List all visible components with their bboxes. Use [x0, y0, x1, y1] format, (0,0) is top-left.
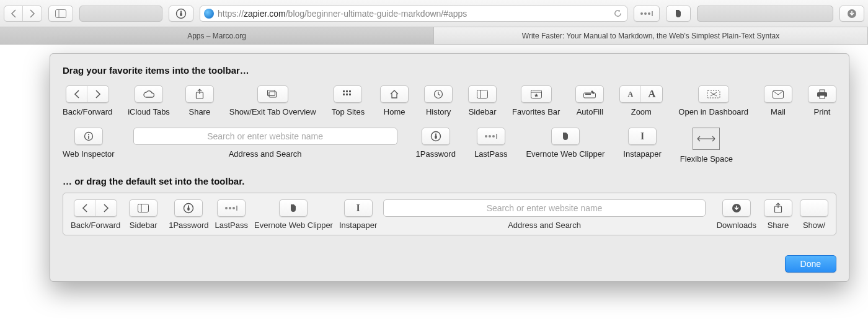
- zoom-in-icon: A: [641, 86, 662, 102]
- svg-point-7: [648, 12, 650, 15]
- clock-icon: [433, 89, 443, 99]
- ds-downloads[interactable]: Downloads: [717, 199, 756, 230]
- chevron-left-icon: [81, 204, 89, 212]
- item-tab-overview[interactable]: Show/Exit Tab Overview: [229, 85, 316, 116]
- svg-point-48: [232, 207, 235, 209]
- svg-point-46: [225, 207, 228, 209]
- item-open-dashboard[interactable]: Open in Dashboard: [678, 85, 748, 116]
- favicon-globe-icon: [204, 9, 214, 19]
- item-share[interactable]: Share: [185, 85, 214, 116]
- svg-point-6: [644, 12, 647, 15]
- chevron-right-icon: [102, 204, 110, 212]
- evernote-icon: [288, 203, 298, 213]
- svg-rect-12: [267, 90, 275, 96]
- item-autofill[interactable]: AutoFill: [575, 85, 604, 116]
- tab-title: Apps – Marco.org: [187, 32, 246, 40]
- ds-address-search[interactable]: Search or enter website name Address and…: [383, 199, 705, 230]
- sidebar-toggle-button[interactable]: [48, 6, 73, 22]
- item-back-forward[interactable]: Back/Forward: [63, 85, 112, 116]
- item-lastpass[interactable]: LastPass: [474, 128, 507, 164]
- lastpass-icon: [224, 206, 238, 211]
- sidebar-icon: [55, 9, 66, 18]
- downloads-button[interactable]: [839, 6, 864, 22]
- default-set[interactable]: Back/Forward Sidebar 1Password LastPass …: [63, 193, 836, 235]
- ds-share[interactable]: Share: [764, 199, 792, 230]
- home-icon: [389, 89, 399, 99]
- 1password-icon: [175, 8, 187, 19]
- sidebar-icon: [138, 204, 149, 212]
- evernote-icon: [673, 9, 683, 19]
- customize-toolbar-panel: Drag your favorite items into the toolba…: [50, 53, 849, 282]
- item-1password[interactable]: 1Password: [416, 128, 456, 164]
- item-home[interactable]: Home: [380, 85, 409, 116]
- lastpass-button[interactable]: [634, 6, 660, 22]
- address-bar[interactable]: https://zapier.com/blog/beginner-ultimat…: [200, 6, 627, 22]
- svg-point-47: [229, 207, 231, 209]
- items-row-1: Back/Forward iCloud Tabs Share Show/Exit…: [63, 85, 836, 116]
- forward-button[interactable]: [23, 6, 42, 21]
- item-history[interactable]: History: [424, 85, 453, 116]
- items-row-2: Web Inspector Search or enter website na…: [63, 128, 836, 164]
- svg-rect-16: [343, 94, 345, 95]
- address-search-field: Search or enter website name: [133, 128, 397, 145]
- item-address-search[interactable]: Search or enter website name Address and…: [133, 128, 397, 164]
- ds-sidebar[interactable]: Sidebar: [129, 199, 157, 230]
- 1password-button[interactable]: [169, 6, 193, 22]
- print-icon: [817, 89, 828, 99]
- tab-strip: Apps – Marco.org Write Faster: Your Manu…: [0, 27, 868, 45]
- toolbar-placeholder-2: [697, 6, 833, 22]
- zoom-out-icon: A: [620, 86, 641, 102]
- tab-1[interactable]: Write Faster: Your Manual to Markdown, t…: [434, 27, 868, 44]
- svg-rect-30: [820, 95, 825, 98]
- ds-lastpass[interactable]: LastPass: [215, 199, 248, 230]
- instapaper-icon: I: [356, 203, 360, 214]
- item-evernote[interactable]: Evernote Web Clipper: [526, 128, 604, 164]
- done-button[interactable]: Done: [785, 255, 836, 273]
- cloud-icon: [142, 90, 156, 98]
- tab-0[interactable]: Apps – Marco.org: [0, 27, 434, 44]
- lastpass-icon: [484, 134, 498, 139]
- item-sidebar[interactable]: Sidebar: [468, 85, 497, 116]
- svg-rect-14: [346, 90, 348, 92]
- back-button[interactable]: [4, 6, 23, 21]
- dashboard-clip-icon: [707, 90, 720, 98]
- svg-rect-33: [88, 136, 89, 139]
- evernote-icon: [560, 131, 570, 141]
- item-print[interactable]: Print: [808, 85, 836, 116]
- panel-heading-2: … or drag the default set into the toolb…: [63, 176, 836, 186]
- svg-rect-20: [477, 90, 488, 98]
- item-icloud-tabs[interactable]: iCloud Tabs: [128, 85, 170, 116]
- download-icon: [847, 9, 857, 19]
- svg-point-5: [640, 12, 643, 15]
- share-icon: [195, 89, 204, 100]
- item-flexible-space[interactable]: Flexible Space: [680, 128, 733, 164]
- instapaper-icon: I: [640, 131, 644, 142]
- done-row: Done: [63, 255, 836, 273]
- ds-evernote[interactable]: Evernote Web Clipper: [254, 199, 333, 230]
- ds-1password[interactable]: 1Password: [169, 199, 208, 230]
- item-top-sites[interactable]: Top Sites: [332, 85, 365, 116]
- evernote-button[interactable]: [666, 6, 691, 22]
- item-instapaper[interactable]: I Instapaper: [623, 128, 661, 164]
- item-favorites-bar[interactable]: Favorites Bar: [512, 85, 560, 116]
- 1password-icon: [430, 131, 441, 142]
- flexible-space-icon: [695, 136, 717, 142]
- item-web-inspector[interactable]: Web Inspector: [63, 128, 115, 164]
- item-mail[interactable]: Mail: [764, 85, 792, 116]
- svg-rect-36: [435, 134, 436, 137]
- tab-title: Write Faster: Your Manual to Markdown, t…: [522, 32, 779, 40]
- svg-rect-4: [180, 11, 182, 14]
- svg-rect-17: [346, 94, 348, 95]
- ds-instapaper[interactable]: I Instapaper: [339, 199, 377, 230]
- chevron-left-icon: [73, 90, 81, 98]
- chevron-right-icon: [29, 9, 36, 18]
- ds-tab-overview-trunc[interactable]: Show/: [800, 199, 828, 230]
- svg-point-37: [485, 135, 487, 138]
- item-zoom[interactable]: A A Zoom: [619, 85, 663, 116]
- panel-heading-1: Drag your favorite items into the toolba…: [63, 65, 836, 76]
- reload-button[interactable]: [613, 9, 624, 18]
- svg-point-38: [489, 135, 491, 138]
- svg-rect-0: [56, 9, 66, 17]
- svg-rect-11: [269, 92, 277, 97]
- ds-back-forward[interactable]: Back/Forward: [71, 199, 120, 230]
